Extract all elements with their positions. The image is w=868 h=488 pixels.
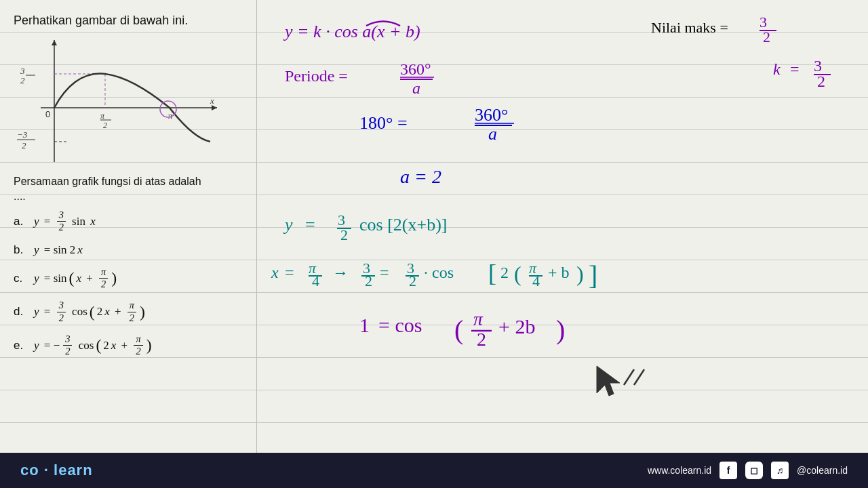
svg-text:x: x <box>271 264 279 281</box>
main-container: Perhatikan gambar di bawah ini. 3 <box>0 0 868 488</box>
option-e-label: e. <box>14 339 34 352</box>
svg-text:=: = <box>380 264 389 281</box>
option-c: c. y = sin ( x + π2 ) <box>14 266 264 291</box>
svg-text:2: 2 <box>763 28 770 45</box>
graph-svg: 3 2 −3 2 0 π 2 π x <box>14 33 224 172</box>
svg-text:2: 2 <box>340 226 348 243</box>
svg-text:Nilai maks =: Nilai maks = <box>651 19 728 36</box>
svg-text:180° =: 180° = <box>359 113 408 133</box>
option-b-math: y = sin 2x <box>34 243 83 257</box>
option-d-label: d. <box>14 305 34 319</box>
svg-text:= cos: = cos <box>378 314 422 336</box>
svg-text:2: 2 <box>500 264 509 281</box>
svg-text:(: ( <box>514 262 521 286</box>
svg-text:(: ( <box>454 314 463 345</box>
svg-text:+ 2b: + 2b <box>498 315 535 338</box>
svg-text:2: 2 <box>103 121 107 130</box>
svg-text:a = 2: a = 2 <box>400 166 441 187</box>
tiktok-icon: ♬ <box>771 462 789 479</box>
svg-text:360°: 360° <box>475 105 508 125</box>
option-c-math: y = sin ( x + π2 ) <box>34 266 117 291</box>
content-area: Perhatikan gambar di bawah ini. 3 <box>0 0 868 453</box>
svg-text:=: = <box>285 264 294 281</box>
svg-text:a: a <box>488 124 497 144</box>
svg-text:+ b: + b <box>548 264 570 281</box>
option-a: a. y = 32 sin x <box>14 209 264 234</box>
svg-text:x: x <box>210 96 214 106</box>
svg-text:=: = <box>790 60 800 78</box>
option-a-math: y = 32 sin x <box>34 209 96 234</box>
option-b: b. y = sin 2x <box>14 243 264 257</box>
svg-text:): ) <box>556 314 565 345</box>
svg-text:2: 2 <box>365 272 372 289</box>
question-dots: .... <box>14 190 264 203</box>
svg-text:a: a <box>412 79 420 97</box>
option-b-label: b. <box>14 243 34 257</box>
svg-marker-3 <box>52 40 57 45</box>
svg-line-79 <box>634 369 644 385</box>
svg-text:4: 4 <box>312 272 319 289</box>
logo-dot: · <box>39 462 54 479</box>
svg-text:k: k <box>773 60 781 78</box>
svg-text:y: y <box>283 215 293 235</box>
svg-text:→: → <box>332 264 349 281</box>
svg-text:): ) <box>576 262 584 286</box>
svg-text:π: π <box>100 111 105 121</box>
svg-marker-2 <box>212 105 217 110</box>
svg-text:2: 2 <box>817 73 825 90</box>
svg-text:cos [2(x+b)]: cos [2(x+b)] <box>359 215 447 235</box>
facebook-icon: f <box>719 462 737 479</box>
option-e-math: y = − 32 cos ( 2x + π2 ) <box>34 333 152 358</box>
solution-area: y = k · cos a(x + b) Nilai maks = 3 2 Pe… <box>264 7 861 441</box>
option-d: d. y = 32 cos ( 2x + π2 ) <box>14 300 264 324</box>
svg-text:· cos: · cos <box>424 264 454 281</box>
option-c-label: c. <box>14 272 34 285</box>
left-panel: Perhatikan gambar di bawah ini. 3 <box>14 14 264 367</box>
page-title: Perhatikan gambar di bawah ini. <box>14 14 264 28</box>
svg-text:π: π <box>473 308 484 329</box>
svg-text:0: 0 <box>45 109 50 119</box>
svg-text:2: 2 <box>477 329 486 350</box>
colearn-logo: co · learn <box>20 462 93 479</box>
svg-text:3: 3 <box>20 66 25 76</box>
svg-text:1: 1 <box>359 314 370 336</box>
question-text: Persamaan grafik fungsi di atas adalah <box>14 176 264 188</box>
option-e: e. y = − 32 cos ( 2x + π2 ) <box>14 333 264 358</box>
bottom-bar: co · learn www.colearn.id f ◻ ♬ @colearn… <box>0 453 868 488</box>
svg-text:]: ] <box>589 260 597 291</box>
instagram-icon: ◻ <box>745 462 763 479</box>
svg-text:=: = <box>305 215 315 235</box>
logo-co: co <box>20 462 39 479</box>
logo-learn: learn <box>54 462 93 479</box>
svg-text:360°: 360° <box>400 60 431 78</box>
svg-text:2: 2 <box>22 140 26 150</box>
social-handle: @colearn.id <box>797 465 848 476</box>
svg-text:Periode =: Periode = <box>285 67 348 85</box>
option-d-math: y = 32 cos ( 2x + π2 ) <box>34 300 145 324</box>
svg-text:−3: −3 <box>17 129 28 140</box>
graph-container: 3 2 −3 2 0 π 2 π x <box>14 33 217 169</box>
separator-line <box>256 0 257 453</box>
right-footer: www.colearn.id f ◻ ♬ @colearn.id <box>648 462 848 479</box>
website-url: www.colearn.id <box>648 465 711 476</box>
solution-svg: y = k · cos a(x + b) Nilai maks = 3 2 Pe… <box>264 7 848 441</box>
option-a-label: a. <box>14 215 34 228</box>
svg-text:2: 2 <box>409 272 416 289</box>
right-panel: y = k · cos a(x + b) Nilai maks = 3 2 Pe… <box>264 7 861 441</box>
svg-text:[: [ <box>488 260 496 287</box>
svg-text:4: 4 <box>532 272 540 289</box>
svg-text:2: 2 <box>20 75 25 85</box>
svg-line-78 <box>624 369 634 385</box>
